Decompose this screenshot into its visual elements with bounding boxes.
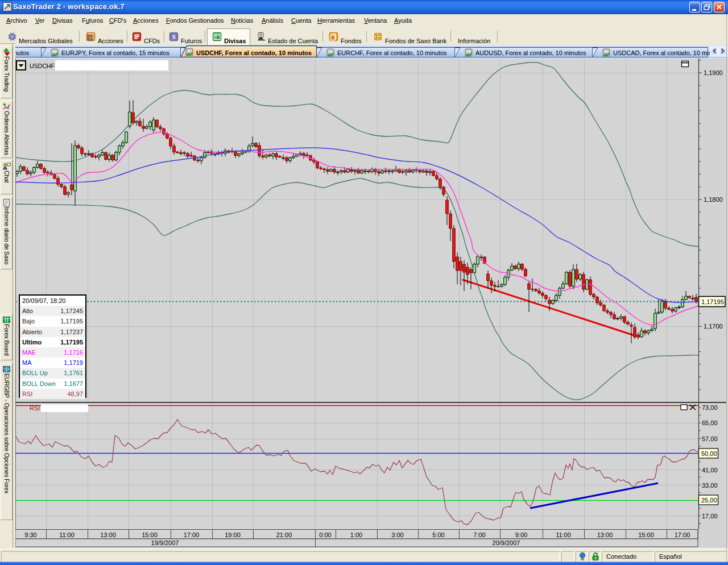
svg-text:EURCHF, Forex al contado, 10 m: EURCHF, Forex al contado, 10 minutos (337, 49, 447, 56)
svg-text:AUDUSD, Forex al contado, 10 m: AUDUSD, Forex al contado, 10 minutos (475, 49, 586, 56)
svg-text:17:00: 17:00 (184, 531, 200, 538)
svg-text:RSI: RSI (30, 405, 40, 412)
svg-text:25,00: 25,00 (701, 497, 717, 504)
svg-text:0:00: 0:00 (319, 531, 331, 538)
svg-text:17:00: 17:00 (675, 531, 690, 538)
svg-text:1,1800: 1,1800 (704, 196, 723, 203)
svg-text:USDCAD, Forex al contado, 10 m: USDCAD, Forex al contado, 10 minu (613, 49, 715, 56)
svg-text:9:00: 9:00 (515, 531, 527, 538)
svg-text:19/9/2007: 19/9/2007 (151, 539, 179, 546)
svg-text:5:00: 5:00 (432, 531, 444, 538)
svg-text:3:00: 3:00 (391, 531, 403, 538)
svg-text:19:00: 19:00 (225, 531, 241, 538)
svg-text:1,1900: 1,1900 (704, 69, 723, 76)
svg-text:21:00: 21:00 (276, 531, 292, 538)
svg-text:73,00: 73,00 (702, 404, 718, 411)
svg-text:13:00: 13:00 (100, 531, 116, 538)
svg-text:USDCHF, Forex al contado, 10 m: USDCHF, Forex al contado, 10 minutos (196, 49, 312, 56)
svg-text:20/9/2007: 20/9/2007 (493, 539, 520, 546)
svg-text:1,17195: 1,17195 (701, 298, 724, 305)
svg-text:65,00: 65,00 (702, 419, 718, 426)
svg-text:41,00: 41,00 (702, 467, 718, 473)
svg-text:17,00: 17,00 (702, 513, 718, 520)
svg-text:57,00: 57,00 (702, 435, 718, 442)
svg-text:EURJPY, Forex al contado, 15 m: EURJPY, Forex al contado, 15 minutos (61, 49, 169, 56)
svg-text:33,00: 33,00 (702, 482, 718, 489)
svg-text:1:00: 1:00 (350, 531, 362, 538)
svg-text:11:00: 11:00 (59, 531, 75, 538)
svg-text:13:00: 13:00 (597, 531, 613, 538)
svg-text:1,1700: 1,1700 (704, 323, 723, 330)
svg-text:15:00: 15:00 (638, 531, 654, 538)
svg-text:50,00: 50,00 (701, 450, 717, 457)
svg-text:15:00: 15:00 (142, 531, 158, 538)
svg-text:7:00: 7:00 (473, 531, 485, 538)
svg-text:11:00: 11:00 (556, 531, 571, 538)
svg-text:S: S (172, 33, 176, 41)
svg-text:9:30: 9:30 (24, 531, 36, 538)
